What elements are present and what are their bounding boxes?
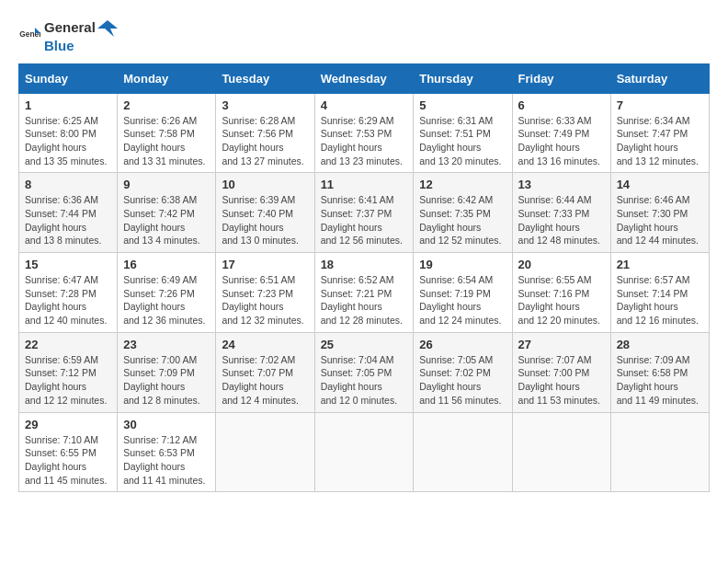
day-number: 15 xyxy=(25,258,111,271)
page-header: General General Blue xyxy=(18,18,710,54)
day-info: Sunrise: 6:52 AM Sunset: 7:21 PM Dayligh… xyxy=(321,273,408,327)
day-number: 19 xyxy=(419,258,506,271)
calendar-cell: 13 Sunrise: 6:44 AM Sunset: 7:33 PM Dayl… xyxy=(512,173,610,253)
calendar-cell: 12 Sunrise: 6:42 AM Sunset: 7:35 PM Dayl… xyxy=(414,173,512,253)
calendar-cell: 24 Sunrise: 7:02 AM Sunset: 7:07 PM Dayl… xyxy=(216,332,314,412)
calendar-cell: 14 Sunrise: 6:46 AM Sunset: 7:30 PM Dayl… xyxy=(610,173,709,253)
day-number: 9 xyxy=(123,178,210,191)
day-info: Sunrise: 7:07 AM Sunset: 7:00 PM Dayligh… xyxy=(518,353,605,408)
day-info: Sunrise: 6:34 AM Sunset: 7:47 PM Dayligh… xyxy=(617,114,703,168)
calendar-cell: 1 Sunrise: 6:25 AM Sunset: 8:00 PM Dayli… xyxy=(19,93,118,173)
day-info: Sunrise: 6:29 AM Sunset: 7:53 PM Dayligh… xyxy=(321,114,408,168)
day-info: Sunrise: 6:57 AM Sunset: 7:14 PM Dayligh… xyxy=(617,273,703,327)
day-info: Sunrise: 6:42 AM Sunset: 7:35 PM Dayligh… xyxy=(419,193,506,247)
day-number: 12 xyxy=(419,178,506,191)
day-info: Sunrise: 6:31 AM Sunset: 7:51 PM Dayligh… xyxy=(419,114,506,168)
day-info: Sunrise: 6:36 AM Sunset: 7:44 PM Dayligh… xyxy=(25,193,111,247)
day-number: 7 xyxy=(617,98,703,112)
column-header-monday: Monday xyxy=(118,63,216,93)
day-info: Sunrise: 6:46 AM Sunset: 7:30 PM Dayligh… xyxy=(617,193,703,247)
day-number: 29 xyxy=(25,418,111,431)
calendar-table: SundayMondayTuesdayWednesdayThursdayFrid… xyxy=(18,63,710,493)
calendar-cell: 8 Sunrise: 6:36 AM Sunset: 7:44 PM Dayli… xyxy=(19,173,118,253)
calendar-cell: 22 Sunrise: 6:59 AM Sunset: 7:12 PM Dayl… xyxy=(19,332,118,412)
calendar-cell: 18 Sunrise: 6:52 AM Sunset: 7:21 PM Dayl… xyxy=(314,253,414,333)
day-number: 8 xyxy=(25,178,111,191)
calendar-cell: 2 Sunrise: 6:26 AM Sunset: 7:58 PM Dayli… xyxy=(118,93,216,173)
day-number: 25 xyxy=(321,338,408,351)
day-number: 28 xyxy=(617,338,703,351)
calendar-cell: 29 Sunrise: 7:10 AM Sunset: 6:55 PM Dayl… xyxy=(19,412,118,492)
day-number: 21 xyxy=(617,258,703,271)
column-header-saturday: Saturday xyxy=(610,63,709,93)
day-number: 30 xyxy=(123,418,210,431)
calendar-cell xyxy=(216,412,314,492)
column-header-friday: Friday xyxy=(512,63,610,93)
calendar-cell: 27 Sunrise: 7:07 AM Sunset: 7:00 PM Dayl… xyxy=(512,332,610,412)
column-header-wednesday: Wednesday xyxy=(314,63,414,93)
day-number: 22 xyxy=(25,338,111,351)
calendar-cell: 10 Sunrise: 6:39 AM Sunset: 7:40 PM Dayl… xyxy=(216,173,314,253)
day-info: Sunrise: 6:25 AM Sunset: 8:00 PM Dayligh… xyxy=(25,114,111,168)
day-info: Sunrise: 7:09 AM Sunset: 6:58 PM Dayligh… xyxy=(617,353,703,408)
calendar-cell: 20 Sunrise: 6:55 AM Sunset: 7:16 PM Dayl… xyxy=(512,253,610,333)
day-info: Sunrise: 6:51 AM Sunset: 7:23 PM Dayligh… xyxy=(222,273,308,327)
calendar-cell: 28 Sunrise: 7:09 AM Sunset: 6:58 PM Dayl… xyxy=(610,332,709,412)
day-number: 18 xyxy=(321,258,408,271)
logo: General General Blue xyxy=(18,18,119,54)
calendar-cell: 17 Sunrise: 6:51 AM Sunset: 7:23 PM Dayl… xyxy=(216,253,314,333)
day-info: Sunrise: 6:38 AM Sunset: 7:42 PM Dayligh… xyxy=(123,193,210,247)
day-info: Sunrise: 6:59 AM Sunset: 7:12 PM Dayligh… xyxy=(25,353,111,408)
calendar-cell xyxy=(414,412,512,492)
day-info: Sunrise: 7:02 AM Sunset: 7:07 PM Dayligh… xyxy=(222,353,308,408)
column-header-thursday: Thursday xyxy=(414,63,512,93)
calendar-cell: 16 Sunrise: 6:49 AM Sunset: 7:26 PM Dayl… xyxy=(118,253,216,333)
calendar-cell: 19 Sunrise: 6:54 AM Sunset: 7:19 PM Dayl… xyxy=(414,253,512,333)
day-number: 27 xyxy=(518,338,605,351)
day-number: 10 xyxy=(222,178,308,191)
day-info: Sunrise: 6:55 AM Sunset: 7:16 PM Dayligh… xyxy=(518,273,605,327)
logo-bird-icon xyxy=(97,18,118,39)
day-info: Sunrise: 6:26 AM Sunset: 7:58 PM Dayligh… xyxy=(123,114,210,168)
day-number: 26 xyxy=(419,338,506,351)
calendar-cell: 30 Sunrise: 7:12 AM Sunset: 6:53 PM Dayl… xyxy=(118,412,216,492)
day-number: 17 xyxy=(222,258,308,271)
calendar-cell: 25 Sunrise: 7:04 AM Sunset: 7:05 PM Dayl… xyxy=(314,332,414,412)
calendar-cell: 21 Sunrise: 6:57 AM Sunset: 7:14 PM Dayl… xyxy=(610,253,709,333)
calendar-cell: 9 Sunrise: 6:38 AM Sunset: 7:42 PM Dayli… xyxy=(118,173,216,253)
day-info: Sunrise: 6:33 AM Sunset: 7:49 PM Dayligh… xyxy=(518,114,605,168)
calendar-cell: 11 Sunrise: 6:41 AM Sunset: 7:37 PM Dayl… xyxy=(314,173,414,253)
day-number: 24 xyxy=(222,338,308,351)
column-header-tuesday: Tuesday xyxy=(216,63,314,93)
calendar-cell xyxy=(610,412,709,492)
calendar-cell: 5 Sunrise: 6:31 AM Sunset: 7:51 PM Dayli… xyxy=(414,93,512,173)
logo-icon: General xyxy=(18,25,40,47)
calendar-cell xyxy=(314,412,414,492)
day-info: Sunrise: 6:54 AM Sunset: 7:19 PM Dayligh… xyxy=(419,273,506,327)
calendar-cell: 26 Sunrise: 7:05 AM Sunset: 7:02 PM Dayl… xyxy=(414,332,512,412)
calendar-cell: 7 Sunrise: 6:34 AM Sunset: 7:47 PM Dayli… xyxy=(610,93,709,173)
day-info: Sunrise: 6:39 AM Sunset: 7:40 PM Dayligh… xyxy=(222,193,308,247)
day-number: 6 xyxy=(518,98,605,112)
day-info: Sunrise: 7:10 AM Sunset: 6:55 PM Dayligh… xyxy=(25,433,111,488)
day-number: 4 xyxy=(321,98,408,112)
day-number: 14 xyxy=(617,178,703,191)
day-info: Sunrise: 7:04 AM Sunset: 7:05 PM Dayligh… xyxy=(321,353,408,408)
day-number: 3 xyxy=(222,98,308,112)
day-number: 20 xyxy=(518,258,605,271)
day-number: 5 xyxy=(419,98,506,112)
day-info: Sunrise: 6:44 AM Sunset: 7:33 PM Dayligh… xyxy=(518,193,605,247)
calendar-cell xyxy=(512,412,610,492)
day-info: Sunrise: 7:05 AM Sunset: 7:02 PM Dayligh… xyxy=(419,353,506,408)
day-number: 1 xyxy=(25,98,111,112)
calendar-cell: 15 Sunrise: 6:47 AM Sunset: 7:28 PM Dayl… xyxy=(19,253,118,333)
day-number: 13 xyxy=(518,178,605,191)
calendar-cell: 4 Sunrise: 6:29 AM Sunset: 7:53 PM Dayli… xyxy=(314,93,414,173)
calendar-cell: 23 Sunrise: 7:00 AM Sunset: 7:09 PM Dayl… xyxy=(118,332,216,412)
day-info: Sunrise: 7:12 AM Sunset: 6:53 PM Dayligh… xyxy=(123,433,210,488)
column-header-sunday: Sunday xyxy=(19,63,118,93)
day-info: Sunrise: 6:28 AM Sunset: 7:56 PM Dayligh… xyxy=(222,114,308,168)
day-number: 2 xyxy=(123,98,210,112)
day-info: Sunrise: 6:49 AM Sunset: 7:26 PM Dayligh… xyxy=(123,273,210,327)
day-number: 11 xyxy=(321,178,408,191)
